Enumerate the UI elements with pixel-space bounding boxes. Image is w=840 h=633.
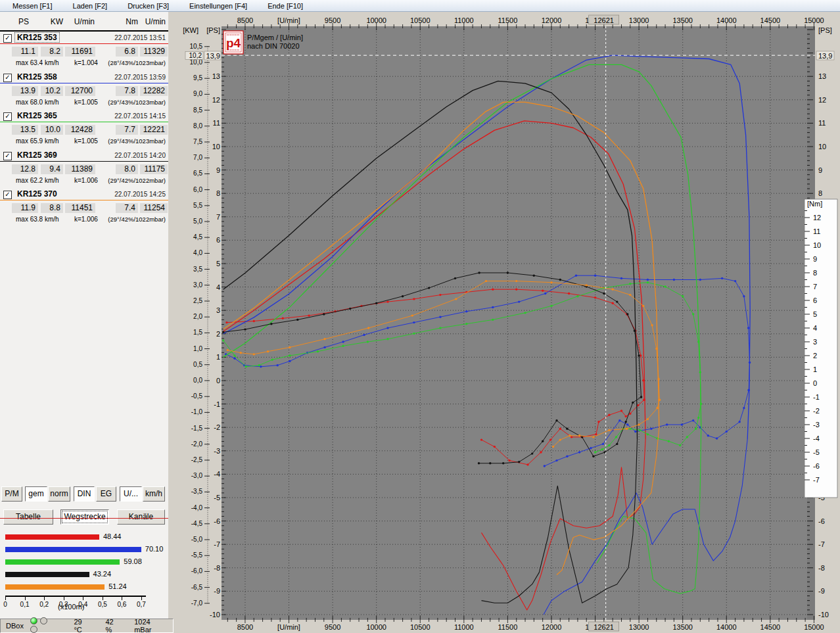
dotted-curve-point [620, 277, 622, 279]
x-tick-label-bottom: 13500 [672, 623, 693, 631]
dotted-coast-point [743, 407, 745, 409]
view-button-din[interactable]: DIN [74, 486, 95, 502]
run-entry[interactable]: ✓KR125 36922.07.2015 14:2012.89.4113898.… [0, 149, 168, 189]
legend-axis-tick [141, 597, 142, 600]
run-checkbox[interactable]: ✓ [3, 74, 12, 82]
run-checkbox[interactable]: ✓ [3, 112, 12, 121]
legend-bar: 70.10 [5, 547, 141, 552]
view-button-eg[interactable]: EG [96, 486, 116, 502]
correction-factor: k=1.004 [74, 59, 98, 66]
x-tick-label-top: 11500 [498, 16, 518, 24]
run-checkbox[interactable]: ✓ [3, 191, 12, 199]
run-name: KR125 353 [15, 33, 59, 42]
dotted-coast-point [692, 419, 694, 421]
logo-text: p4 [226, 36, 241, 50]
distance-legend: 48.4470.1059.0843.2451.2400,10,20,30,40,… [0, 518, 168, 611]
legend-bar: 59.08 [5, 559, 120, 565]
dotted-curve-point [743, 295, 745, 297]
dotted-curve-point [542, 290, 544, 292]
status-bar: DBox 29 °C 42 % 1024 mBar [0, 619, 174, 633]
dotted-curve-point [386, 300, 388, 302]
view-button-kmh[interactable]: km/h [143, 486, 165, 502]
dotted-coast-point [590, 447, 592, 449]
nm-tick-label: -7 [813, 476, 820, 484]
ps-left-tick-label: 1 [216, 353, 220, 361]
run-entry[interactable]: ✓KR125 35822.07.2015 13:5913.910.2127007… [0, 71, 168, 110]
kw-tick-label: -4,5 [191, 520, 203, 527]
x-tick-label-top: 13500 [672, 16, 693, 24]
rpm-torque-value: 12282 [140, 86, 168, 96]
nm-axis-header: [Nm] [807, 200, 822, 208]
ps-right-tick-label: 11 [818, 119, 826, 127]
menu-item-1[interactable]: Messen [F1] [5, 1, 60, 11]
run-entry[interactable]: ✓KR125 36522.07.2015 14:1513.510.0124287… [0, 110, 168, 149]
dotted-coast-point [608, 414, 610, 416]
ps-left-tick-label: 8 [216, 189, 220, 197]
dotted-coast-point [643, 399, 645, 401]
dotted-curve-point [603, 293, 605, 294]
dotted-curve-point [245, 365, 247, 367]
dotted-coast-point [578, 434, 580, 436]
run-checkbox[interactable]: ✓ [3, 152, 12, 160]
legend-bar: 43.24 [5, 572, 89, 577]
run-entry[interactable]: ✓KR125 35322.07.2015 13:5111.18.2116916.… [0, 32, 168, 71]
dotted-curve-point [697, 340, 699, 342]
dotted-curve-point [721, 277, 723, 279]
ps-value: 11.1 [12, 47, 38, 57]
dotted-curve-point [655, 348, 657, 350]
dotted-curve-point [533, 275, 535, 277]
dotted-coast-point [592, 436, 594, 438]
dotted-curve-point [413, 333, 415, 335]
ps-value: 12.8 [12, 164, 38, 174]
nm-value: 7.4 [116, 203, 138, 213]
dotted-coast-point [489, 462, 491, 464]
kw-tick-label: 0,5 [193, 361, 202, 368]
legend-axis-tick [103, 597, 103, 600]
x-tick-label-top: 14000 [716, 16, 737, 24]
ps-left-tick-label: 4 [216, 283, 220, 291]
x-tick-label-bottom: 8500 [237, 623, 253, 631]
ambient-conditions: (29°/42%/1022mbar) [108, 216, 166, 223]
dotted-curve-point [367, 327, 369, 329]
dotted-curve-point [664, 285, 666, 287]
dotted-curve-point [485, 280, 487, 282]
dotted-coast-point [608, 444, 610, 446]
ps-value: 13.5 [12, 125, 38, 135]
ps-right-tick-label: -6 [818, 517, 825, 525]
view-button-gem[interactable]: gem [25, 486, 47, 502]
dotted-coast-point [625, 421, 627, 423]
run-name: KR125 358 [15, 72, 59, 82]
legend-axis-tick [64, 597, 64, 600]
view-button-u[interactable]: U/... [120, 486, 142, 502]
menu-item-2[interactable]: Laden [F2] [66, 1, 115, 11]
legend-bar-value: 51.24 [108, 582, 127, 590]
view-button-pm[interactable]: P/M [1, 486, 22, 502]
run-checkbox[interactable]: ✓ [3, 34, 12, 43]
dotted-coast-point [739, 421, 741, 423]
nm-tick-label: 1 [813, 365, 817, 373]
nm-tick-label: 2 [813, 352, 817, 360]
ps-axis-right-header: [PS] [818, 26, 832, 34]
cursor-rpm-value: 12621 [594, 16, 614, 24]
run-entry[interactable]: ✓KR125 37022.07.2015 14:2511.98.8114517.… [0, 188, 168, 227]
dotted-coast-point [626, 428, 628, 430]
dotted-curve-point [413, 321, 415, 323]
plot-area[interactable] [222, 26, 815, 620]
run-date: 22.07.2015 14:20 [114, 152, 166, 159]
max-speed: max 63.4 km/h [16, 59, 59, 66]
legend-axis-tick [122, 597, 122, 600]
kw-tick-label: 6,5 [193, 170, 202, 177]
dotted-curve-point [282, 317, 284, 319]
dotted-coast-point [502, 462, 504, 464]
ambient-conditions: (29°/42%/1022mbar) [108, 177, 166, 184]
dotted-coast-point [569, 434, 571, 436]
dotted-coast-point [637, 404, 639, 406]
rpm-power-value: 12428 [65, 125, 95, 135]
rpm-torque-value: 11175 [140, 164, 168, 174]
rpm-power-value: 11451 [65, 203, 95, 213]
dotted-coast-point [601, 448, 603, 450]
ps-left-tick-label: -3 [214, 447, 220, 455]
dotted-coast-point [566, 428, 568, 430]
view-button-norm[interactable]: norm [48, 486, 70, 502]
kw-tick-label: 3,5 [193, 266, 202, 273]
